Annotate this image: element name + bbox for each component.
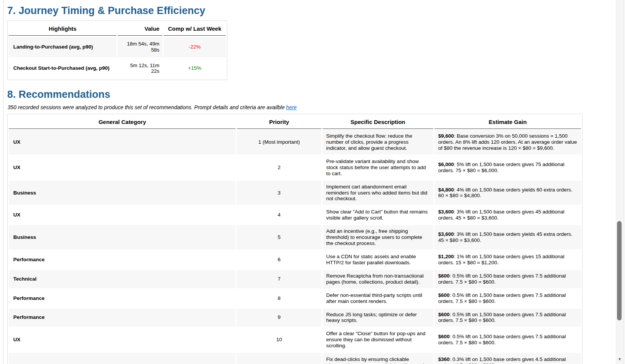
intro-here-link[interactable]: here xyxy=(286,104,297,110)
description-cell: Reduce JS long tasks; optimize or defer … xyxy=(323,309,433,327)
rec-header-gain: Estimate Gain xyxy=(435,115,581,129)
priority-cell: 7 xyxy=(237,270,321,288)
scroll-down-icon: ▼ xyxy=(618,357,622,361)
priority-cell: 9 xyxy=(237,309,321,327)
intro-text: 350 recorded sessions were analyzed to p… xyxy=(8,104,285,110)
gain-amount: $600 xyxy=(438,273,450,279)
gain-amount: $360 xyxy=(438,356,450,362)
timing-table: Highlights Value Comp w/ Last Week Landi… xyxy=(7,20,227,80)
recommendations-intro: 350 recorded sessions were analyzed to p… xyxy=(8,104,584,110)
priority-cell: 5 xyxy=(237,225,321,249)
category-cell: UX xyxy=(9,155,236,180)
gain-detail: : 4% lift on 1,500 base orders yields 60… xyxy=(438,187,572,199)
gain-detail: : 1% lift on 1,500 base orders gives 15 … xyxy=(438,254,564,265)
gain-detail: : 3% lift on 1,500 base orders gives 45 … xyxy=(438,209,564,221)
gain-amount: $4,800 xyxy=(438,187,454,193)
estimate-gain-cell: $360: 0.3% lift on 1,500 base orders giv… xyxy=(435,353,581,364)
gain-amount: $3,600 xyxy=(438,231,454,237)
estimate-gain-cell: $600: 0.5% lift on 1,500 base orders giv… xyxy=(435,328,581,352)
recommendation-row: Technical 7 Remove Recaptcha from non-tr… xyxy=(9,270,581,288)
recommendation-row: Business 5 Add an incentive (e.g., free … xyxy=(9,225,581,249)
recommendation-row: Performance 6 Use a CDN for static asset… xyxy=(9,251,581,269)
gain-amount: $600 xyxy=(438,334,450,339)
category-cell: Technical xyxy=(9,353,236,364)
rec-header-category: General Category xyxy=(9,115,236,129)
recommendation-row: UX 2 Pre-validate variant availability a… xyxy=(9,155,581,180)
category-cell: UX xyxy=(9,130,236,154)
gain-detail: : 0.5% lift on 1,500 base orders gives 7… xyxy=(438,273,566,285)
priority-cell: 10 xyxy=(237,328,321,352)
description-cell: Pre-validate variant availability and sh… xyxy=(323,155,433,180)
section-7-heading: 7. Journey Timing & Purchase Efficiency xyxy=(7,5,584,17)
estimate-gain-cell: $1,200: 1% lift on 1,500 base orders giv… xyxy=(435,251,581,269)
timing-table-header-row: Highlights Value Comp w/ Last Week xyxy=(9,22,226,36)
gain-detail: : 5% lift on 1,500 base orders gives 75 … xyxy=(438,162,564,173)
estimate-gain-cell: $600: 0.5% lift on 1,500 base orders giv… xyxy=(435,270,581,288)
estimate-gain-cell: $4,800: 4% lift on 1,500 base orders yie… xyxy=(435,181,581,205)
gain-detail: : Base conversion 3% on 50,000 sessions … xyxy=(438,133,577,151)
estimate-gain-cell: $600: 0.5% lift on 1,500 base orders giv… xyxy=(435,289,581,308)
priority-cell: 2 xyxy=(237,155,321,180)
gain-amount: $6,000 xyxy=(438,162,454,167)
estimate-gain-cell: $3,600: 3% lift on 1,500 base orders giv… xyxy=(435,206,581,224)
category-cell: Technical xyxy=(9,270,236,288)
gain-detail: : 0.5% lift on 1,500 base orders gives 7… xyxy=(438,292,566,304)
description-cell: Remove Recaptcha from non-transactional … xyxy=(323,270,433,288)
timing-header-comp: Comp w/ Last Week xyxy=(164,22,226,36)
priority-cell: 6 xyxy=(237,251,321,269)
priority-cell: 3 xyxy=(237,181,321,205)
timing-comp-cell: -22% xyxy=(164,37,226,57)
description-cell: Simplify the checkout flow: reduce the n… xyxy=(323,130,433,154)
timing-comp-cell: +15% xyxy=(164,58,226,79)
timing-table-row: Checkout Start-to-Purchased (avg, p90) 5… xyxy=(9,58,226,79)
scroll-down-button[interactable]: ▼ xyxy=(616,355,624,363)
priority-cell: 4 xyxy=(237,206,321,224)
estimate-gain-cell: $3,600: 3% lift on 1,500 base orders yie… xyxy=(435,225,581,249)
timing-header-highlights: Highlights xyxy=(9,22,116,36)
description-cell: Defer non-essential third-party scripts … xyxy=(323,289,433,308)
recommendation-row: UX 1 (Most important) Simplify the check… xyxy=(9,130,581,154)
gain-detail: : 3% lift on 1,500 base orders yields 45… xyxy=(438,231,572,243)
estimate-gain-cell: $6,000: 5% lift on 1,500 base orders giv… xyxy=(435,155,581,180)
recommendation-row: UX 10 Offer a clear "Close" button for p… xyxy=(9,328,581,352)
gain-amount: $600 xyxy=(438,312,450,317)
estimate-gain-cell: $600: 0.5% lift on 1,500 base orders giv… xyxy=(435,309,581,327)
recommendation-row: Technical 11 Fix dead-clicks by ensuring… xyxy=(9,353,581,364)
report-content: 7. Journey Timing & Purchase Efficiency … xyxy=(7,0,584,364)
description-cell: Use a CDN for static assets and enable H… xyxy=(323,251,433,269)
description-cell: Implement cart abandonment email reminde… xyxy=(323,181,433,205)
gain-amount: $3,600 xyxy=(438,209,454,215)
timing-value-cell: 5m 12s, 11m 22s xyxy=(118,58,162,79)
description-cell: Fix dead-clicks by ensuring clickable el… xyxy=(323,353,433,364)
timing-value-cell: 18m 54s, 49m 58s xyxy=(118,37,162,57)
section-8-heading: 8. Recommendations xyxy=(7,89,584,100)
timing-header-value: Value xyxy=(118,22,162,36)
scrollbar-thumb[interactable] xyxy=(617,221,622,320)
gain-detail: : 0.5% lift on 1,500 base orders gives 7… xyxy=(438,334,566,345)
timing-metric-cell: Checkout Start-to-Purchased (avg, p90) xyxy=(9,58,116,79)
description-cell: Show clear "Add to Cart" button that rem… xyxy=(323,206,433,224)
category-cell: UX xyxy=(9,328,236,352)
recommendation-row: UX 4 Show clear "Add to Cart" button tha… xyxy=(9,206,581,224)
timing-table-row: Landing-to-Purchased (avg, p90) 18m 54s,… xyxy=(9,37,226,57)
category-cell: Performance xyxy=(9,289,236,308)
page-left-border xyxy=(3,0,3,364)
gain-amount: $600 xyxy=(438,292,450,298)
priority-cell: 1 (Most important) xyxy=(237,130,321,154)
recommendations-header-row: General Category Priority Specific Descr… xyxy=(9,115,581,129)
recommendations-table: General Category Priority Specific Descr… xyxy=(7,114,582,364)
rec-header-description: Specific Description xyxy=(323,115,433,129)
category-cell: Business xyxy=(9,181,236,205)
description-cell: Add an incentive (e.g., free shipping th… xyxy=(323,225,433,249)
priority-cell: 8 xyxy=(237,289,321,308)
description-cell: Offer a clear "Close" button for pop-ups… xyxy=(323,328,433,352)
gain-amount: $1,200 xyxy=(438,254,454,259)
category-cell: Performance xyxy=(9,251,236,269)
gain-detail: : 0.5% lift on 1,500 base orders gives 7… xyxy=(438,312,566,323)
scrollbar-track[interactable]: ▼ xyxy=(616,0,624,364)
gain-amount: $9,600 xyxy=(438,133,454,139)
timing-metric-cell: Landing-to-Purchased (avg, p90) xyxy=(9,37,116,57)
category-cell: UX xyxy=(9,206,236,224)
category-cell: Performance xyxy=(9,309,236,327)
estimate-gain-cell: $9,600: Base conversion 3% on 50,000 ses… xyxy=(435,130,581,154)
